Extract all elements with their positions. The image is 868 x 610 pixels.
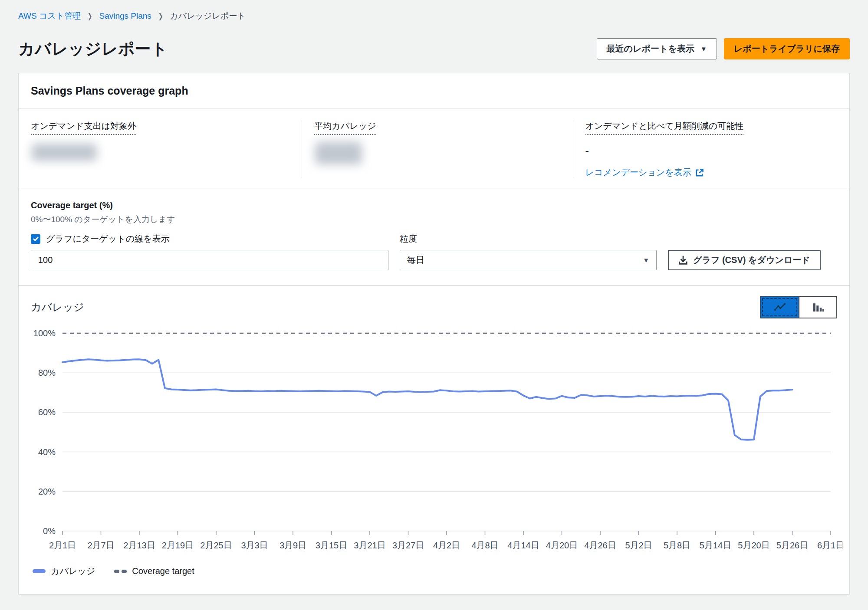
stat-label-ondemand-spend[interactable]: オンデマンド支出は対象外 — [31, 120, 136, 135]
svg-text:6月1日: 6月1日 — [817, 541, 842, 550]
svg-text:3月21日: 3月21日 — [354, 541, 385, 550]
coverage-target-input[interactable] — [31, 250, 388, 270]
stat-label-average-coverage[interactable]: 平均カバレッジ — [314, 120, 376, 135]
svg-text:4月14日: 4月14日 — [507, 541, 539, 550]
svg-text:5月2日: 5月2日 — [625, 541, 652, 550]
svg-text:5月8日: 5月8日 — [664, 541, 690, 550]
svg-text:80%: 80% — [38, 368, 56, 377]
coverage-report-panel: Savings Plans coverage graph オンデマンド支出は対象… — [18, 73, 850, 595]
potential-savings-value: - — [585, 144, 824, 157]
granularity-label: 粒度 — [400, 233, 657, 245]
page: AWS コスト管理 ❯ Savings Plans ❯ カバレッジレポート カバ… — [0, 0, 868, 595]
line-chart-toggle-button[interactable] — [761, 297, 799, 318]
panel-title: Savings Plans coverage graph — [31, 85, 837, 97]
page-header: カバレッジレポート 最近のレポートを表示 ▼ レポートライブラリに保存 — [18, 38, 850, 60]
svg-text:2月19日: 2月19日 — [162, 541, 194, 550]
breadcrumb-separator-icon: ❯ — [88, 12, 92, 21]
granularity-select[interactable]: 毎日 ▼ — [400, 250, 657, 270]
line-chart-icon — [773, 302, 786, 313]
granularity-selected-value: 毎日 — [407, 254, 424, 266]
chart-title: カバレッジ — [31, 300, 84, 314]
breadcrumb-link-cost-management[interactable]: AWS コスト管理 — [18, 10, 81, 22]
stat-average-coverage: 平均カバレッジ — [302, 120, 572, 178]
svg-text:2月1日: 2月1日 — [49, 541, 76, 550]
coverage-target-label: Coverage target (%) — [31, 200, 388, 210]
page-actions: 最近のレポートを表示 ▼ レポートライブラリに保存 — [597, 38, 850, 59]
svg-text:4月2日: 4月2日 — [433, 541, 460, 550]
svg-text:5月26日: 5月26日 — [776, 541, 808, 550]
redacted-value — [32, 144, 97, 161]
svg-text:100%: 100% — [33, 328, 56, 338]
svg-text:2月7日: 2月7日 — [87, 541, 114, 550]
bar-chart-icon — [812, 301, 825, 313]
chart-section: カバレッジ — [19, 285, 849, 594]
svg-text:4月8日: 4月8日 — [471, 541, 498, 550]
coverage-target-description: 0%〜100% のターゲットを入力します — [31, 214, 388, 225]
check-icon — [33, 236, 39, 242]
svg-text:3月9日: 3月9日 — [279, 541, 306, 550]
coverage-line-series — [62, 359, 792, 440]
download-csv-button[interactable]: グラフ (CSV) をダウンロード — [668, 250, 821, 270]
bar-chart-toggle-button[interactable] — [799, 297, 836, 318]
caret-down-icon: ▼ — [700, 45, 707, 52]
chart-header: カバレッジ — [31, 296, 837, 318]
external-link-icon — [695, 168, 704, 177]
coverage-chart-svg: 0%20%40%60%80%100%2月1日2月7日2月13日2月19日2月25… — [31, 325, 842, 561]
granularity-group: 粒度 毎日 ▼ — [400, 233, 657, 270]
svg-text:0%: 0% — [43, 526, 56, 536]
breadcrumb-link-savings-plans[interactable]: Savings Plans — [99, 11, 151, 21]
view-recommendations-link[interactable]: レコメンデーションを表示 — [585, 167, 824, 178]
show-target-line-label: グラフにターゲットの線を表示 — [46, 233, 170, 245]
stats-row: オンデマンド支出は対象外 平均カバレッジ オンデマンドと比べて月額削減の可能性 … — [19, 109, 849, 188]
caret-down-icon: ▼ — [643, 256, 649, 264]
legend-item-coverage[interactable]: カバレッジ — [33, 565, 95, 577]
recent-reports-button[interactable]: 最近のレポートを表示 ▼ — [597, 38, 717, 59]
page-title: カバレッジレポート — [18, 38, 168, 60]
show-target-line-checkbox-row: グラフにターゲットの線を表示 — [31, 233, 388, 245]
svg-text:3月15日: 3月15日 — [316, 541, 347, 550]
breadcrumb-current: カバレッジレポート — [170, 10, 246, 22]
legend-label-coverage-target: Coverage target — [132, 566, 194, 576]
legend-label-coverage: カバレッジ — [51, 565, 95, 577]
svg-text:5月14日: 5月14日 — [700, 541, 731, 550]
download-icon — [678, 256, 688, 265]
svg-text:3月3日: 3月3日 — [241, 541, 268, 550]
stat-label-potential-savings[interactable]: オンデマンドと比べて月額削減の可能性 — [585, 120, 744, 135]
controls-row: Coverage target (%) 0%〜100% のターゲットを入力します… — [19, 188, 849, 285]
coverage-series-swatch — [33, 569, 46, 573]
show-target-line-checkbox[interactable] — [31, 234, 40, 244]
legend-item-coverage-target[interactable]: Coverage target — [114, 566, 194, 576]
svg-text:5月20日: 5月20日 — [738, 541, 769, 550]
svg-text:40%: 40% — [38, 447, 56, 457]
svg-text:4月26日: 4月26日 — [584, 541, 616, 550]
stat-ondemand-spend: オンデマンド支出は対象外 — [31, 120, 302, 178]
save-to-library-button[interactable]: レポートライブラリに保存 — [724, 38, 850, 59]
download-group: グラフ (CSV) をダウンロード — [668, 250, 821, 270]
chart-type-toggle — [760, 296, 837, 318]
download-csv-label: グラフ (CSV) をダウンロード — [693, 254, 810, 266]
coverage-target-swatch — [114, 570, 127, 573]
breadcrumb: AWS コスト管理 ❯ Savings Plans ❯ カバレッジレポート — [18, 10, 850, 22]
view-recommendations-label: レコメンデーションを表示 — [585, 167, 691, 178]
coverage-target-group: Coverage target (%) 0%〜100% のターゲットを入力します… — [31, 200, 388, 270]
breadcrumb-separator-icon: ❯ — [158, 12, 163, 21]
svg-text:4月20日: 4月20日 — [546, 541, 578, 550]
coverage-chart: 0%20%40%60%80%100%2月1日2月7日2月13日2月19日2月25… — [31, 325, 837, 563]
recent-reports-label: 最近のレポートを表示 — [607, 43, 694, 55]
chart-legend: カバレッジ Coverage target — [33, 565, 837, 577]
panel-header: Savings Plans coverage graph — [19, 73, 849, 109]
svg-text:2月25日: 2月25日 — [200, 541, 232, 550]
svg-text:60%: 60% — [38, 407, 56, 417]
svg-text:2月13日: 2月13日 — [123, 541, 155, 550]
svg-text:3月27日: 3月27日 — [392, 541, 424, 550]
redacted-value — [315, 142, 362, 164]
svg-text:20%: 20% — [38, 487, 56, 496]
stat-potential-savings: オンデマンドと比べて月額削減の可能性 - レコメンデーションを表示 — [573, 120, 837, 178]
